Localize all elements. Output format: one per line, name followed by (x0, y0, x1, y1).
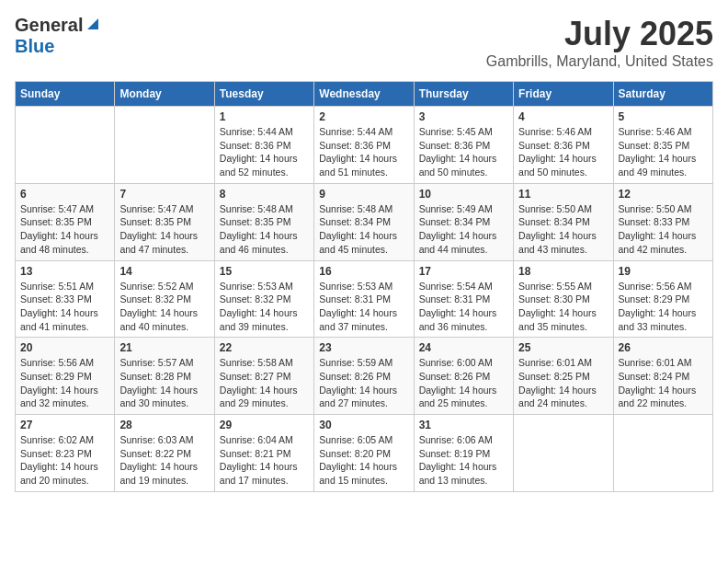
day-number: 23 (319, 341, 408, 354)
calendar-cell (613, 415, 712, 492)
calendar-cell: 21Sunrise: 5:57 AM Sunset: 8:28 PM Dayli… (115, 338, 214, 415)
day-number: 3 (419, 110, 508, 123)
calendar-cell: 28Sunrise: 6:03 AM Sunset: 8:22 PM Dayli… (115, 415, 214, 492)
day-number: 14 (119, 265, 209, 278)
day-info: Sunrise: 6:05 AM Sunset: 8:20 PM Dayligh… (319, 433, 408, 488)
logo-general: General (15, 15, 83, 36)
day-number: 15 (220, 265, 309, 278)
day-number: 9 (319, 188, 408, 201)
logo-blue: Blue (15, 36, 54, 56)
calendar-cell: 26Sunrise: 6:01 AM Sunset: 8:24 PM Dayli… (613, 338, 712, 415)
calendar-cell: 16Sunrise: 5:53 AM Sunset: 8:31 PM Dayli… (314, 260, 414, 338)
day-info: Sunrise: 6:01 AM Sunset: 8:24 PM Dayligh… (619, 356, 708, 410)
day-number: 24 (419, 341, 508, 354)
calendar-cell: 6Sunrise: 5:47 AM Sunset: 8:35 PM Daylig… (16, 183, 115, 260)
day-info: Sunrise: 5:47 AM Sunset: 8:35 PM Dayligh… (20, 202, 109, 257)
day-info: Sunrise: 6:01 AM Sunset: 8:25 PM Dayligh… (518, 356, 608, 410)
calendar-cell: 24Sunrise: 6:00 AM Sunset: 8:26 PM Dayli… (414, 338, 513, 415)
day-number: 10 (419, 188, 508, 201)
calendar-day-header: Saturday (613, 82, 712, 107)
calendar-cell: 20Sunrise: 5:56 AM Sunset: 8:29 PM Dayli… (16, 338, 115, 415)
calendar-week-row: 1Sunrise: 5:44 AM Sunset: 8:36 PM Daylig… (16, 107, 713, 184)
page-subtitle: Gambrills, Maryland, United States (486, 53, 713, 70)
day-info: Sunrise: 5:58 AM Sunset: 8:27 PM Dayligh… (220, 356, 309, 410)
calendar-week-row: 6Sunrise: 5:47 AM Sunset: 8:35 PM Daylig… (16, 183, 713, 260)
logo-triangle-icon (84, 17, 98, 31)
day-number: 12 (619, 188, 708, 201)
calendar-cell: 22Sunrise: 5:58 AM Sunset: 8:27 PM Dayli… (214, 338, 313, 415)
day-number: 31 (419, 419, 508, 431)
calendar-cell: 30Sunrise: 6:05 AM Sunset: 8:20 PM Dayli… (314, 415, 414, 492)
calendar-table: SundayMondayTuesdayWednesdayThursdayFrid… (15, 81, 713, 492)
day-info: Sunrise: 6:04 AM Sunset: 8:21 PM Dayligh… (220, 433, 309, 488)
calendar-header-row: SundayMondayTuesdayWednesdayThursdayFrid… (16, 82, 713, 107)
day-number: 30 (319, 419, 408, 431)
calendar-day-header: Sunday (16, 82, 115, 107)
day-info: Sunrise: 5:53 AM Sunset: 8:31 PM Dayligh… (319, 280, 408, 334)
logo: General Blue (15, 15, 98, 57)
day-info: Sunrise: 6:06 AM Sunset: 8:19 PM Dayligh… (419, 433, 508, 488)
day-info: Sunrise: 6:02 AM Sunset: 8:23 PM Dayligh… (20, 433, 109, 488)
calendar-cell (16, 107, 115, 184)
calendar-day-header: Thursday (414, 82, 513, 107)
calendar-cell: 23Sunrise: 5:59 AM Sunset: 8:26 PM Dayli… (314, 338, 414, 415)
day-info: Sunrise: 5:48 AM Sunset: 8:34 PM Dayligh… (319, 202, 408, 257)
calendar-cell: 1Sunrise: 5:44 AM Sunset: 8:36 PM Daylig… (214, 107, 313, 184)
calendar-cell: 13Sunrise: 5:51 AM Sunset: 8:33 PM Dayli… (16, 260, 115, 338)
day-info: Sunrise: 5:44 AM Sunset: 8:36 PM Dayligh… (319, 125, 408, 179)
calendar-day-header: Friday (514, 82, 613, 107)
calendar-cell: 27Sunrise: 6:02 AM Sunset: 8:23 PM Dayli… (16, 415, 115, 492)
day-info: Sunrise: 5:46 AM Sunset: 8:36 PM Dayligh… (518, 125, 608, 179)
day-info: Sunrise: 5:51 AM Sunset: 8:33 PM Dayligh… (20, 280, 109, 334)
calendar-cell: 3Sunrise: 5:45 AM Sunset: 8:36 PM Daylig… (414, 107, 513, 184)
day-number: 16 (319, 265, 408, 278)
day-info: Sunrise: 5:52 AM Sunset: 8:32 PM Dayligh… (119, 280, 209, 334)
day-number: 4 (518, 110, 608, 123)
day-number: 28 (119, 419, 209, 431)
calendar-cell: 11Sunrise: 5:50 AM Sunset: 8:34 PM Dayli… (514, 183, 613, 260)
page-header: General Blue July 2025 Gambrills, Maryla… (15, 15, 713, 70)
calendar-cell: 8Sunrise: 5:48 AM Sunset: 8:35 PM Daylig… (214, 183, 313, 260)
day-number: 1 (220, 110, 309, 123)
day-info: Sunrise: 5:53 AM Sunset: 8:32 PM Dayligh… (220, 280, 309, 334)
day-info: Sunrise: 5:48 AM Sunset: 8:35 PM Dayligh… (220, 202, 309, 257)
calendar-cell: 2Sunrise: 5:44 AM Sunset: 8:36 PM Daylig… (314, 107, 414, 184)
day-number: 20 (20, 341, 109, 354)
calendar-cell: 7Sunrise: 5:47 AM Sunset: 8:35 PM Daylig… (115, 183, 214, 260)
day-number: 26 (619, 341, 708, 354)
day-info: Sunrise: 5:44 AM Sunset: 8:36 PM Dayligh… (220, 125, 309, 179)
calendar-cell: 10Sunrise: 5:49 AM Sunset: 8:34 PM Dayli… (414, 183, 513, 260)
calendar-week-row: 27Sunrise: 6:02 AM Sunset: 8:23 PM Dayli… (16, 415, 713, 492)
calendar-cell: 17Sunrise: 5:54 AM Sunset: 8:31 PM Dayli… (414, 260, 513, 338)
day-number: 18 (518, 265, 608, 278)
day-number: 6 (20, 188, 109, 201)
calendar-cell: 14Sunrise: 5:52 AM Sunset: 8:32 PM Dayli… (115, 260, 214, 338)
calendar-cell: 9Sunrise: 5:48 AM Sunset: 8:34 PM Daylig… (314, 183, 414, 260)
day-number: 2 (319, 110, 408, 123)
calendar-week-row: 13Sunrise: 5:51 AM Sunset: 8:33 PM Dayli… (16, 260, 713, 338)
day-info: Sunrise: 5:59 AM Sunset: 8:26 PM Dayligh… (319, 356, 408, 410)
day-info: Sunrise: 5:50 AM Sunset: 8:34 PM Dayligh… (518, 202, 608, 257)
day-info: Sunrise: 5:55 AM Sunset: 8:30 PM Dayligh… (518, 280, 608, 334)
calendar-cell: 29Sunrise: 6:04 AM Sunset: 8:21 PM Dayli… (214, 415, 313, 492)
calendar-cell: 18Sunrise: 5:55 AM Sunset: 8:30 PM Dayli… (514, 260, 613, 338)
day-number: 25 (518, 341, 608, 354)
page-title: July 2025 (486, 15, 713, 53)
day-info: Sunrise: 6:03 AM Sunset: 8:22 PM Dayligh… (119, 433, 209, 488)
day-number: 13 (20, 265, 109, 278)
day-info: Sunrise: 5:47 AM Sunset: 8:35 PM Dayligh… (119, 202, 209, 257)
day-info: Sunrise: 5:45 AM Sunset: 8:36 PM Dayligh… (419, 125, 508, 179)
calendar-cell (115, 107, 214, 184)
day-info: Sunrise: 5:46 AM Sunset: 8:35 PM Dayligh… (619, 125, 708, 179)
day-number: 22 (220, 341, 309, 354)
day-info: Sunrise: 5:54 AM Sunset: 8:31 PM Dayligh… (419, 280, 508, 334)
calendar-cell: 5Sunrise: 5:46 AM Sunset: 8:35 PM Daylig… (613, 107, 712, 184)
day-number: 27 (20, 419, 109, 431)
day-number: 17 (419, 265, 508, 278)
day-info: Sunrise: 5:50 AM Sunset: 8:33 PM Dayligh… (619, 202, 708, 257)
calendar-week-row: 20Sunrise: 5:56 AM Sunset: 8:29 PM Dayli… (16, 338, 713, 415)
title-block: July 2025 Gambrills, Maryland, United St… (486, 15, 713, 70)
day-number: 11 (518, 188, 608, 201)
day-info: Sunrise: 5:56 AM Sunset: 8:29 PM Dayligh… (20, 356, 109, 410)
day-number: 21 (119, 341, 209, 354)
